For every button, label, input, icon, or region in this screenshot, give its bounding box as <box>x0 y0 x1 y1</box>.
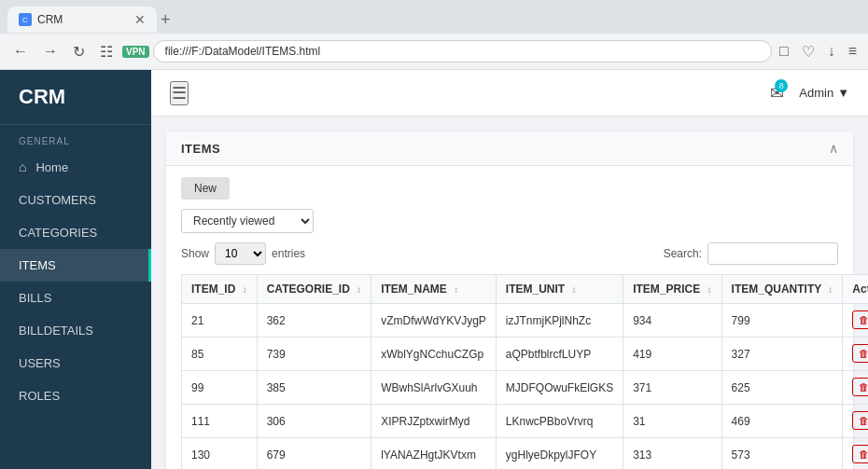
collapse-button[interactable]: ∧ <box>829 141 838 156</box>
hamburger-menu-button[interactable]: ☰ <box>170 81 189 105</box>
col-item-unit[interactable]: ITEM_UNIT ↕ <box>496 275 623 304</box>
search-group: Search: <box>664 242 838 265</box>
home-nav-button[interactable]: ☷ <box>94 39 119 64</box>
cell-item_id[interactable]: 85 <box>182 338 258 371</box>
tab-bar: C CRM ✕ + <box>0 0 868 34</box>
cell-categorie_id[interactable]: 306 <box>257 405 371 438</box>
address-bar[interactable] <box>153 40 772 62</box>
entries-select[interactable]: 10 25 50 100 <box>215 242 266 265</box>
sidebar-item-billdetails[interactable]: BILLDETAILS <box>0 314 151 347</box>
cell-item_quantity: 799 <box>721 304 843 338</box>
back-button[interactable]: ← <box>7 39 34 63</box>
sidebar-section-label: GENERAL <box>0 125 151 150</box>
cell-categorie_id[interactable]: 739 <box>257 338 371 371</box>
cell-item_name: WBwhSlArlvGXuuh <box>371 371 497 405</box>
cell-item_quantity: 469 <box>721 405 843 438</box>
col-actions[interactable]: Actions ↕ <box>843 275 868 304</box>
cell-item_unit: MJDFQOwuFkElGKS <box>496 371 623 405</box>
cell-actions: 🗑✎👁 <box>843 438 868 470</box>
screen-cast-button[interactable]: □ <box>776 39 792 63</box>
items-table: ITEM_ID ↕ CATEGORIE_ID ↕ ITEM_NAME ↕ <box>181 274 868 469</box>
sort-icon-item-id: ↕ <box>243 284 247 295</box>
active-indicator <box>148 249 151 282</box>
content-area: ITEMS ∧ New Recently viewed All Active <box>151 117 868 469</box>
cell-item_quantity: 625 <box>721 371 843 405</box>
sidebar-item-items[interactable]: ITEMS <box>0 249 151 282</box>
nav-bar: ← → ↻ ☷ VPN □ ♡ ↓ ≡ <box>0 34 868 69</box>
sidebar-item-label: ITEMS <box>19 258 56 272</box>
cell-item_price: 31 <box>623 405 721 438</box>
col-categorie-id[interactable]: CATEGORIE_ID ↕ <box>257 275 371 304</box>
new-tab-button[interactable]: + <box>161 10 171 30</box>
delete-button[interactable]: 🗑 <box>852 411 868 430</box>
sidebar-item-users[interactable]: USERS <box>0 347 151 379</box>
sidebar-item-categories[interactable]: CATEGORIES <box>0 216 151 249</box>
cell-item_unit: ygHlyeDkpylJFOY <box>496 438 623 470</box>
menu-button[interactable]: ≡ <box>845 39 861 63</box>
sort-icon-item-quantity: ↕ <box>828 284 833 295</box>
delete-button[interactable]: 🗑 <box>852 378 868 396</box>
tab-favicon: C <box>19 13 32 26</box>
nav-icons: □ ♡ ↓ ≡ <box>776 39 861 64</box>
cell-item_id[interactable]: 99 <box>182 371 258 405</box>
cell-item_unit: izJTnmjKPjlNhZc <box>496 304 623 338</box>
card-title: ITEMS <box>181 142 220 156</box>
col-item-name[interactable]: ITEM_NAME ↕ <box>371 275 497 304</box>
admin-dropdown[interactable]: Admin ▼ <box>799 86 849 100</box>
entries-label: entries <box>272 247 305 260</box>
col-item-quantity[interactable]: ITEM_QUANTITY ↕ <box>721 275 843 304</box>
cell-item_name: xWblYgNCchuCZGp <box>371 338 497 371</box>
col-item-id[interactable]: ITEM_ID ↕ <box>182 275 258 304</box>
sidebar-item-label: USERS <box>19 356 61 370</box>
cell-item_id[interactable]: 130 <box>182 438 258 470</box>
col-item-price[interactable]: ITEM_PRICE ↕ <box>623 275 721 304</box>
cell-item_id[interactable]: 111 <box>182 405 258 438</box>
reload-button[interactable]: ↻ <box>67 39 91 64</box>
active-tab[interactable]: C CRM ✕ <box>7 7 157 33</box>
show-entries-group: Show 10 25 50 100 entries <box>181 242 305 265</box>
tab-close-button[interactable]: ✕ <box>134 12 146 27</box>
notification-button[interactable]: ✉ 8 <box>770 83 784 103</box>
home-icon: ⌂ <box>19 159 26 174</box>
download-button[interactable]: ↓ <box>824 39 839 63</box>
sidebar-item-bills[interactable]: BILLS <box>0 282 151 314</box>
forward-button[interactable]: → <box>37 39 63 63</box>
sidebar-logo: CRM <box>0 70 151 125</box>
table-body: 21362vZmDfwWdYKVJygPizJTnmjKPjlNhZc93479… <box>182 304 869 470</box>
cell-item_price: 371 <box>623 371 721 405</box>
cell-item_price: 934 <box>623 304 721 338</box>
sidebar-item-label: BILLDETAILS <box>19 324 93 338</box>
search-input[interactable] <box>707 242 838 265</box>
cell-item_name: vZmDfwWdYKVJygP <box>371 304 497 338</box>
cell-item_price: 313 <box>623 438 721 470</box>
cell-categorie_id[interactable]: 679 <box>257 438 371 470</box>
cell-item_unit: LKnwcPBboVrvrq <box>496 405 623 438</box>
cell-item_price: 419 <box>623 338 721 371</box>
cell-item_quantity: 327 <box>721 338 843 371</box>
sidebar: CRM GENERAL ⌂ Home CUSTOMERS CATEGORIES … <box>0 70 151 469</box>
tab-title: CRM <box>37 13 63 26</box>
cell-categorie_id[interactable]: 385 <box>257 371 371 405</box>
card-header: ITEMS ∧ <box>166 131 853 166</box>
vpn-badge: VPN <box>122 46 149 58</box>
header-right: ✉ 8 Admin ▼ <box>770 83 849 103</box>
delete-button[interactable]: 🗑 <box>852 344 868 363</box>
new-item-button[interactable]: New <box>181 177 230 200</box>
sidebar-item-customers[interactable]: CUSTOMERS <box>0 184 151 216</box>
cell-categorie_id[interactable]: 362 <box>257 304 371 338</box>
sidebar-item-home[interactable]: ⌂ Home <box>0 150 151 184</box>
search-label: Search: <box>664 247 702 260</box>
sidebar-item-roles[interactable]: ROLES <box>0 379 151 412</box>
delete-button[interactable]: 🗑 <box>852 310 868 329</box>
table-header: ITEM_ID ↕ CATEGORIE_ID ↕ ITEM_NAME ↕ <box>182 275 869 304</box>
cell-item_name: lYANAZHgtJKVtxm <box>371 438 497 470</box>
delete-button[interactable]: 🗑 <box>852 445 868 463</box>
filter-select[interactable]: Recently viewed All Active <box>181 209 314 233</box>
cell-actions: 🗑✎👁 <box>843 304 868 338</box>
notification-badge: 8 <box>775 79 788 92</box>
cell-item_id[interactable]: 21 <box>182 304 258 338</box>
cell-item_unit: aQPbtfblrcfLUYP <box>496 338 623 371</box>
show-label: Show <box>181 247 209 260</box>
cell-actions: 🗑✎👁 <box>843 338 868 371</box>
bookmark-button[interactable]: ♡ <box>798 39 819 64</box>
